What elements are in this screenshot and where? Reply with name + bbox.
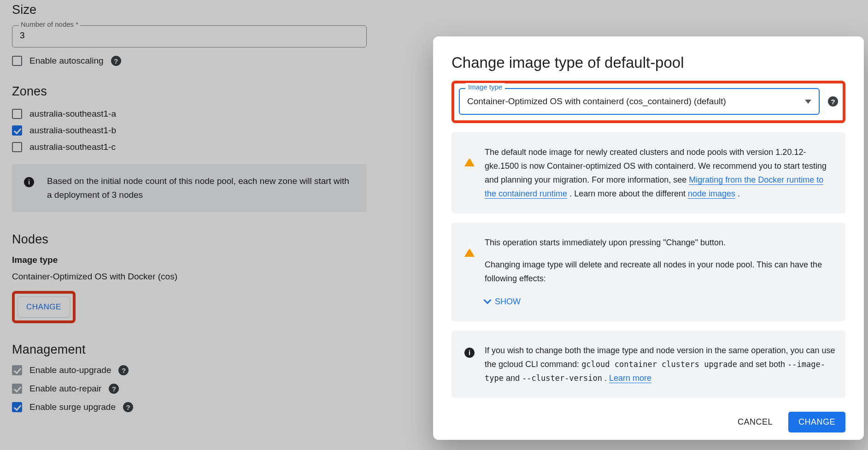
warn1-text-b: . Learn more about the different xyxy=(569,189,688,198)
change-button[interactable]: CHANGE xyxy=(788,412,845,432)
image-type-select[interactable]: Image type Container-Optimized OS with c… xyxy=(459,88,820,115)
info-icon: i xyxy=(464,348,475,358)
show-label: SHOW xyxy=(495,295,521,308)
learn-more-link[interactable]: Learn more xyxy=(609,373,651,383)
migration-warning: The default node image for newly created… xyxy=(452,132,845,213)
warning-icon xyxy=(464,146,475,160)
gcloud-info: i If you wish to change both the image t… xyxy=(452,331,845,398)
code-cluster-version: --cluster-version xyxy=(522,373,602,383)
warn1-text-c: . xyxy=(738,189,740,198)
recreate-warning: This operation starts immediately upon p… xyxy=(452,223,845,321)
image-type-select-value: Container-Optimized OS with containerd (… xyxy=(467,96,805,107)
warning-icon xyxy=(464,237,475,250)
show-effects-toggle[interactable]: SHOW xyxy=(485,295,836,308)
help-icon[interactable]: ? xyxy=(828,96,838,107)
node-images-link[interactable]: node images xyxy=(688,189,735,199)
image-type-select-label: Image type xyxy=(465,83,505,91)
cancel-button[interactable]: CANCEL xyxy=(730,412,780,432)
chevron-down-icon xyxy=(484,296,492,304)
image-type-select-highlight: Image type Container-Optimized OS with c… xyxy=(452,81,845,123)
change-image-type-dialog: Change image type of default-pool Image … xyxy=(433,36,864,440)
info-c: and xyxy=(506,373,522,383)
dialog-title: Change image type of default-pool xyxy=(452,54,845,71)
info-b: and set both xyxy=(739,360,787,369)
warn2-line1: This operation starts immediately upon p… xyxy=(485,236,836,249)
code-upgrade: gcloud container clusters upgrade xyxy=(581,360,737,369)
chevron-down-icon xyxy=(805,100,811,104)
info-d: . xyxy=(604,373,609,383)
warn2-line2: Changing image type will delete and recr… xyxy=(485,258,836,285)
